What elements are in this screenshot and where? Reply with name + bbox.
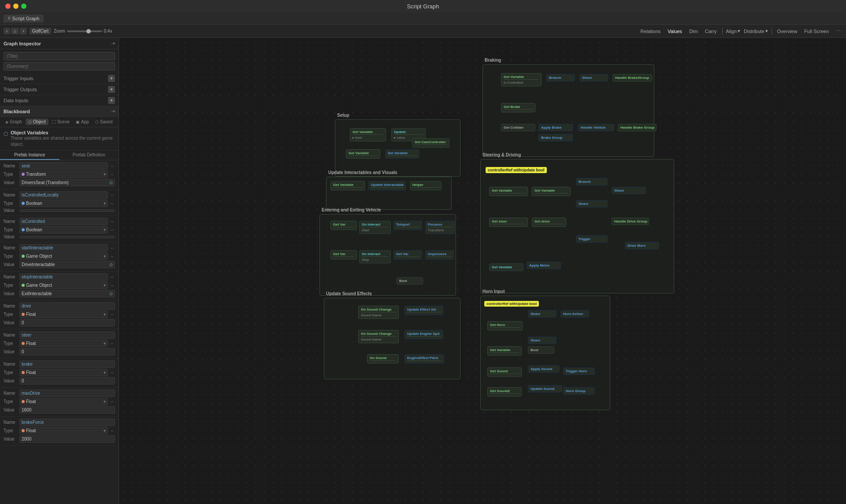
add-trigger-input-button[interactable]: + xyxy=(108,75,115,82)
var-ic-name-input[interactable] xyxy=(19,218,108,225)
node-get-sound-2[interactable]: Get Sound2 xyxy=(487,387,522,397)
node-update-interactable[interactable]: Update Interactable xyxy=(368,181,406,190)
minimize-button[interactable] xyxy=(13,4,19,9)
node-horn-group[interactable]: Horn Group xyxy=(563,387,595,395)
fullscreen-button[interactable]: Full Screen xyxy=(802,28,831,35)
node-helper[interactable]: Helper xyxy=(410,181,442,190)
var-seat-delete-button[interactable]: − xyxy=(109,163,115,169)
node-trigger-horn[interactable]: Trigger Horn xyxy=(563,367,595,375)
tab-scene[interactable]: ⛶ Scene xyxy=(49,119,72,125)
node-on-interact-start[interactable]: On Interact Start xyxy=(359,221,391,234)
node-handle-brake-group-2[interactable]: Handle Brake Group xyxy=(618,124,657,131)
prefab-definition-tab[interactable]: Prefab Definition xyxy=(59,151,119,160)
prefab-instance-tab[interactable]: Prefab Instance xyxy=(0,151,59,160)
values-button[interactable]: Values xyxy=(666,28,684,35)
blackboard-expand-icon[interactable]: ⇥ xyxy=(111,108,115,114)
node-on-interact-stop[interactable]: On Interact Stop xyxy=(359,250,391,263)
node-branch-1[interactable]: Branch xyxy=(546,74,575,82)
var-sti-delete-button[interactable]: − xyxy=(109,274,115,280)
node-get-variable-3[interactable]: Get Variable xyxy=(330,181,365,190)
node-get-variable-braking[interactable]: Get Variable is Controlled xyxy=(501,73,542,86)
carry-button[interactable]: Carry xyxy=(703,28,719,35)
var-ic-delete-button[interactable]: − xyxy=(109,219,115,225)
var-si-name-input[interactable] xyxy=(19,244,108,252)
var-steer-type-del[interactable]: − xyxy=(109,341,115,347)
node-unpossess[interactable]: Unpossess xyxy=(425,250,454,259)
var-icl-name-input[interactable] xyxy=(19,191,108,199)
var-ic-type-del[interactable]: − xyxy=(109,227,115,233)
node-share-1[interactable]: Share xyxy=(579,74,608,82)
node-get-brake[interactable]: Get Brake xyxy=(501,103,535,112)
var-maxdrive-value-field[interactable]: 1600 xyxy=(19,406,115,414)
var-steer-value-field[interactable]: 0 xyxy=(19,348,115,356)
more-button[interactable]: ⋯ xyxy=(834,27,842,35)
var-seat-name-input[interactable] xyxy=(19,162,108,170)
node-bool-horn[interactable]: Bool xyxy=(528,346,554,354)
var-bf-type-del[interactable]: − xyxy=(109,428,115,434)
nav-forward-button[interactable]: › xyxy=(20,28,26,34)
relations-button[interactable]: Relations xyxy=(638,28,662,35)
panel-expand-icon[interactable]: ⇥ xyxy=(111,41,115,46)
tab-app[interactable]: ▣ App xyxy=(73,119,92,125)
var-sti-value-field[interactable]: ExitInteractable ⊙ xyxy=(19,290,115,297)
var-si-value-field[interactable]: DriveInteractable ⊙ xyxy=(19,261,115,268)
var-maxdrive-type-select[interactable]: Float ▾ xyxy=(19,398,108,405)
node-on-sound-change-2[interactable]: On Sound Change Sound Name xyxy=(358,330,399,343)
var-sti-name-input[interactable] xyxy=(19,273,108,281)
var-bf-type-select[interactable]: Float ▾ xyxy=(19,427,108,434)
node-possess-transform[interactable]: Possess Transform xyxy=(425,221,456,234)
node-branch-2[interactable]: Branch xyxy=(576,178,608,185)
node-get-cam[interactable]: Get CamController xyxy=(412,138,449,148)
summary-input[interactable] xyxy=(4,62,115,70)
var-bf-value-field[interactable]: 2000 xyxy=(19,435,115,443)
var-si-type-select[interactable]: Game Object ▾ xyxy=(19,252,108,260)
var-steer-type-select[interactable]: Float ▾ xyxy=(19,340,108,347)
node-share-2[interactable]: Share xyxy=(576,200,608,208)
var-brake-value-field[interactable]: 0 xyxy=(19,377,115,385)
node-apply-motor[interactable]: Apply Motor xyxy=(527,262,561,269)
node-get-variable-4[interactable]: Get Var xyxy=(330,221,357,230)
node-get-sound-1[interactable]: Get Sound xyxy=(487,367,522,377)
node-get-drive[interactable]: Get drive xyxy=(532,218,566,227)
distribute-dropdown[interactable]: Distribute ▾ xyxy=(744,28,768,34)
var-icl-type-select[interactable]: Boolean ▾ xyxy=(19,200,108,207)
tab-saved[interactable]: ⬡ Saved xyxy=(93,119,115,125)
var-drive-value-field[interactable]: 0 xyxy=(19,319,115,326)
node-handle-vehicle[interactable]: Handle Vehicle xyxy=(578,124,614,131)
node-bool-1[interactable]: Bool xyxy=(397,277,423,285)
add-data-input-button[interactable]: + xyxy=(108,97,115,104)
var-icl-delete-button[interactable]: − xyxy=(109,192,115,198)
node-share-horn-2[interactable]: Share xyxy=(528,337,557,344)
node-apply-sound[interactable]: Apply Sound xyxy=(528,365,560,373)
node-get-drive-var[interactable]: Get Variable xyxy=(532,187,571,196)
node-drive-more[interactable]: Drive More xyxy=(625,242,659,249)
node-handle-brake-group[interactable]: Handle Brake/Group xyxy=(612,74,652,82)
node-get-collider[interactable]: Get Collider xyxy=(501,124,535,131)
close-button[interactable] xyxy=(5,4,11,9)
node-get-variable-1[interactable]: Get Variable ▸ bool xyxy=(350,128,386,141)
node-get-variable-sd[interactable]: Get Variable xyxy=(489,263,523,271)
node-get-variable-6[interactable]: Get Var xyxy=(393,250,422,259)
node-on-sound-change-3[interactable]: On Sound xyxy=(367,354,399,363)
node-get-steer-var[interactable]: Get Variable xyxy=(489,187,528,196)
align-dropdown[interactable]: Align ▾ xyxy=(726,28,740,34)
var-drive-type-select[interactable]: Float ▾ xyxy=(19,311,108,318)
node-teleport[interactable]: Teleport xyxy=(393,221,422,230)
var-brake-name-input[interactable] xyxy=(19,360,115,368)
node-update-engine-spd[interactable]: Update Engine Spd xyxy=(404,330,443,339)
var-seat-type-del[interactable]: − xyxy=(109,171,115,178)
node-get-variable-horn[interactable]: Get Variable xyxy=(487,346,522,356)
scene-button[interactable]: GolfCart xyxy=(30,28,51,34)
title-input[interactable] xyxy=(4,52,115,60)
overview-button[interactable]: Overview xyxy=(776,28,799,35)
maximize-button[interactable] xyxy=(21,4,26,9)
tab-object[interactable]: ⬡ Object xyxy=(26,119,48,125)
node-handle-drive-group[interactable]: Handle Drive Group xyxy=(612,218,649,225)
var-steer-name-input[interactable] xyxy=(19,331,115,339)
var-brake-type-select[interactable]: Float ▾ xyxy=(19,369,108,376)
var-si-type-del[interactable]: − xyxy=(109,253,115,259)
canvas-area[interactable]: Setup Update Interactables and Visuals E… xyxy=(119,38,846,504)
var-seat-type-select[interactable]: Transform ▾ xyxy=(19,170,108,178)
var-maxdrive-name-input[interactable] xyxy=(19,389,115,397)
var-seat-value-field[interactable]: DriversSeat (Transform) ⊙ xyxy=(19,179,115,186)
